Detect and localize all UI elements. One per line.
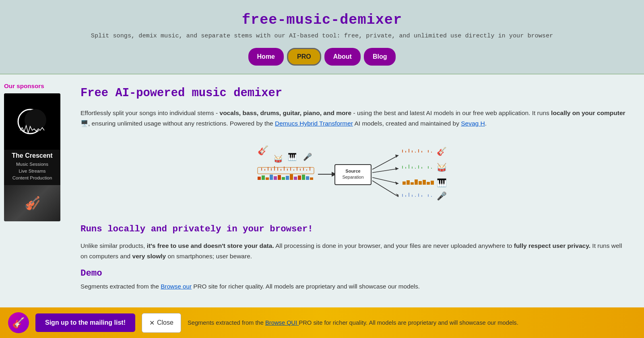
separation-diagram: 🎸 🥁 🎹 🎤 bbox=[237, 137, 471, 212]
svg-rect-77 bbox=[427, 182, 430, 185]
svg-rect-75 bbox=[419, 181, 422, 185]
svg-text:🎹: 🎹 bbox=[288, 153, 297, 161]
sponsor-image: 🎻 bbox=[4, 185, 60, 221]
sevag-link[interactable]: Sevag H bbox=[461, 120, 485, 127]
svg-rect-33 bbox=[298, 175, 301, 180]
svg-rect-29 bbox=[282, 177, 285, 180]
svg-rect-35 bbox=[306, 176, 309, 180]
subheading: Runs locally and privately in your brows… bbox=[80, 224, 628, 234]
site-subtitle: Split songs, demix music, and separate s… bbox=[8, 31, 636, 41]
svg-text:🥁: 🥁 bbox=[274, 155, 283, 163]
main-content: Free AI-powered music demixer Effortless… bbox=[64, 74, 644, 316]
svg-text:🥁: 🥁 bbox=[437, 163, 447, 172]
svg-line-43 bbox=[372, 169, 398, 173]
sidebar: Our sponsors The Crescent Music Sessions… bbox=[0, 74, 64, 316]
nav: Home PRO About Blog bbox=[8, 48, 636, 66]
main-heading: Free AI-powered music demixer bbox=[80, 87, 628, 100]
sponsor-logo bbox=[4, 93, 60, 150]
svg-rect-74 bbox=[415, 179, 418, 185]
svg-rect-71 bbox=[402, 181, 406, 185]
svg-text:🎤: 🎤 bbox=[437, 191, 447, 201]
svg-rect-78 bbox=[431, 181, 434, 185]
svg-rect-25 bbox=[266, 177, 269, 180]
moon-icon bbox=[16, 105, 48, 138]
svg-line-47 bbox=[372, 181, 398, 197]
svg-rect-30 bbox=[286, 176, 289, 180]
bottom-bar: 🎸 Sign up to the mailing list! ✕ Close S… bbox=[0, 307, 644, 316]
svg-rect-32 bbox=[294, 177, 297, 180]
diagram-container: 🎸 🥁 🎹 🎤 bbox=[80, 137, 628, 212]
svg-text:🎹: 🎹 bbox=[437, 178, 447, 188]
svg-rect-28 bbox=[278, 175, 281, 180]
sponsor-name: The Crescent bbox=[4, 150, 60, 160]
svg-rect-6 bbox=[258, 167, 314, 174]
nav-blog[interactable]: Blog bbox=[364, 48, 396, 66]
svg-rect-34 bbox=[302, 175, 305, 180]
svg-line-45 bbox=[372, 177, 398, 183]
header: free-music-demixer Split songs, demix mu… bbox=[0, 0, 644, 74]
sponsor-card: The Crescent Music Sessions Live Streams… bbox=[4, 93, 60, 221]
nav-about[interactable]: About bbox=[324, 48, 361, 66]
close-button[interactable]: ✕ Close bbox=[142, 313, 181, 316]
svg-rect-26 bbox=[270, 175, 273, 180]
svg-line-41 bbox=[372, 155, 398, 169]
browse-our-link[interactable]: Browse our bbox=[161, 283, 192, 290]
svg-rect-27 bbox=[274, 176, 277, 180]
svg-rect-73 bbox=[411, 182, 414, 185]
main-wrapper: Our sponsors The Crescent Music Sessions… bbox=[0, 74, 644, 316]
sponsor-details: Music Sessions Live Streams Content Prod… bbox=[4, 160, 60, 185]
site-title: free-music-demixer bbox=[8, 12, 636, 28]
svg-rect-36 bbox=[310, 177, 313, 180]
bottom-icon: 🎸 bbox=[8, 312, 29, 316]
svg-text:🎸: 🎸 bbox=[437, 146, 447, 156]
sponsors-label: Our sponsors bbox=[4, 82, 60, 89]
nav-pro[interactable]: PRO bbox=[287, 48, 321, 66]
svg-text:Separation: Separation bbox=[342, 175, 363, 179]
intro-paragraph: Effortlessly split your songs into indiv… bbox=[80, 108, 628, 129]
svg-rect-31 bbox=[290, 174, 293, 180]
svg-point-1 bbox=[25, 109, 46, 131]
svg-text:🎤: 🎤 bbox=[303, 153, 312, 161]
svg-text:Source: Source bbox=[345, 169, 360, 173]
sponsor-image-visual: 🎻 bbox=[4, 185, 60, 221]
demucs-link[interactable]: Demucs Hybrid Transformer bbox=[275, 120, 353, 127]
svg-marker-44 bbox=[395, 167, 398, 170]
nav-home[interactable]: Home bbox=[248, 48, 284, 66]
svg-marker-42 bbox=[395, 155, 398, 158]
svg-rect-24 bbox=[262, 175, 265, 180]
svg-rect-72 bbox=[407, 180, 410, 185]
svg-text:🎸: 🎸 bbox=[258, 145, 269, 156]
mailing-list-button[interactable]: Sign up to the mailing list! bbox=[35, 313, 135, 316]
demo-paragraph: Segments extracted from the Browse our P… bbox=[80, 282, 628, 291]
svg-rect-23 bbox=[258, 177, 261, 180]
svg-rect-76 bbox=[423, 180, 426, 185]
demo-heading: Demo bbox=[80, 268, 628, 278]
privacy-paragraph: Unlike similar products, it's free to us… bbox=[80, 241, 628, 262]
